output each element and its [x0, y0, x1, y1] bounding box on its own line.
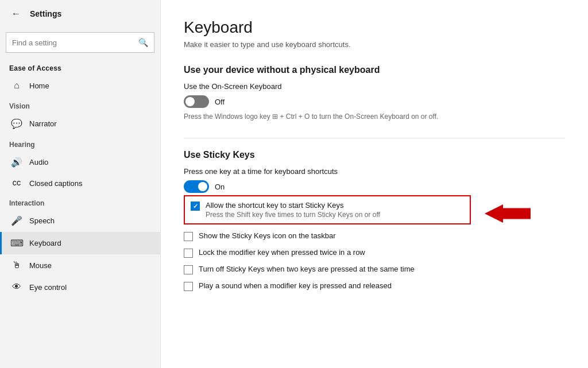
on-screen-keyboard-toggle-row: Off: [184, 95, 565, 108]
checkbox-turn-off: Turn off Sticky Keys when two keys are p…: [184, 265, 565, 274]
sidebar-item-narrator-label: Narrator: [29, 119, 57, 128]
sidebar-item-audio-label: Audio: [29, 158, 48, 166]
sticky-keys-toggle-row: On: [184, 180, 565, 193]
sidebar-section-hearing: Hearing: [0, 135, 160, 151]
sidebar-section-vision: Vision: [0, 96, 160, 113]
search-box[interactable]: 🔍: [6, 32, 154, 53]
sidebar-header: ← Settings: [0, 0, 160, 28]
speech-icon: 🎤: [11, 215, 22, 226]
audio-icon: 🔊: [11, 157, 22, 168]
sidebar-item-audio[interactable]: 🔊 Audio: [0, 151, 160, 173]
on-screen-keyboard-section: Use your device without a physical keybo…: [184, 65, 565, 122]
on-screen-keyboard-toggle[interactable]: [184, 95, 209, 108]
lock-modifier-content: Lock the modifier key when pressed twice…: [199, 248, 365, 257]
lock-modifier-label: Lock the modifier key when pressed twice…: [199, 248, 365, 257]
arrow-svg: [485, 203, 531, 224]
on-screen-keyboard-hint: Press the Windows logo key ⊞ + Ctrl + O …: [184, 111, 565, 122]
sidebar-title: Settings: [30, 9, 61, 18]
back-button[interactable]: ←: [9, 6, 23, 21]
sidebar-item-keyboard-label: Keyboard: [29, 239, 61, 247]
sidebar-item-closed-captions[interactable]: CC Closed captions: [0, 173, 160, 193]
checkbox-show-icon: Show the Sticky Keys icon on the taskbar: [184, 231, 565, 241]
svg-marker-0: [485, 204, 531, 223]
turn-off-label: Turn off Sticky Keys when two keys are p…: [199, 265, 415, 273]
keyboard-icon: ⌨: [11, 238, 22, 249]
page-title: Keyboard: [184, 18, 565, 37]
allow-shortcut-sublabel: Press the Shift key five times to turn S…: [206, 211, 380, 219]
sidebar-section-interaction: Interaction: [0, 193, 160, 210]
allow-shortcut-content: Allow the shortcut key to start Sticky K…: [206, 201, 380, 219]
checkbox-play-sound: Play a sound when a modifier key is pres…: [184, 281, 565, 291]
play-sound-checkbox[interactable]: [184, 282, 193, 291]
show-icon-label: Show the Sticky Keys icon on the taskbar: [199, 231, 335, 240]
sticky-keys-toggle[interactable]: [184, 180, 209, 193]
page-subtitle: Make it easier to type and use keyboard …: [184, 40, 565, 49]
narrator-icon: 💬: [11, 118, 22, 129]
sidebar-item-speech[interactable]: 🎤 Speech: [0, 210, 160, 232]
on-screen-keyboard-title: Use your device without a physical keybo…: [184, 65, 565, 75]
turn-off-checkbox[interactable]: [184, 265, 193, 274]
sticky-keys-section: Use Sticky Keys Press one key at a time …: [184, 150, 565, 291]
checkbox-allow-shortcut: Allow the shortcut key to start Sticky K…: [184, 195, 471, 224]
closed-captions-icon: CC: [11, 180, 22, 187]
eye-control-icon: 👁: [11, 282, 22, 292]
sidebar-item-eye-control-label: Eye control: [29, 283, 67, 292]
checkbox-lock-modifier: Lock the modifier key when pressed twice…: [184, 248, 565, 258]
sticky-keys-title: Use Sticky Keys: [184, 150, 565, 160]
sidebar: ← Settings 🔍 Ease of Access ⌂ Home Visio…: [0, 0, 161, 368]
mouse-icon: 🖱: [11, 260, 22, 270]
lock-modifier-checkbox[interactable]: [184, 249, 193, 258]
search-input[interactable]: [12, 38, 138, 47]
sidebar-item-home[interactable]: ⌂ Home: [0, 75, 160, 96]
sidebar-item-speech-label: Speech: [29, 216, 55, 225]
play-sound-label: Play a sound when a modifier key is pres…: [199, 281, 392, 290]
on-screen-keyboard-toggle-label: Off: [215, 98, 225, 106]
highlighted-checkbox-row: Allow the shortcut key to start Sticky K…: [184, 195, 565, 231]
sidebar-item-mouse[interactable]: 🖱 Mouse: [0, 254, 160, 276]
sticky-keys-toggle-label: On: [215, 183, 225, 191]
sidebar-item-keyboard[interactable]: ⌨ Keyboard: [0, 232, 160, 254]
sidebar-item-mouse-label: Mouse: [29, 261, 52, 270]
show-icon-checkbox[interactable]: [184, 232, 193, 241]
turn-off-content: Turn off Sticky Keys when two keys are p…: [199, 265, 415, 273]
allow-shortcut-checkbox[interactable]: [191, 202, 200, 211]
show-icon-content: Show the Sticky Keys icon on the taskbar: [199, 231, 335, 240]
sidebar-item-narrator[interactable]: 💬 Narrator: [0, 113, 160, 135]
sidebar-item-closed-captions-label: Closed captions: [29, 179, 83, 188]
play-sound-content: Play a sound when a modifier key is pres…: [199, 281, 392, 290]
sidebar-section-ease-of-access: Ease of Access: [0, 57, 160, 75]
sidebar-item-home-label: Home: [29, 82, 49, 90]
sticky-keys-label: Press one key at a time for keyboard sho…: [184, 167, 565, 176]
section-divider: [184, 138, 565, 138]
toggle-knob: [185, 97, 195, 106]
sticky-keys-toggle-knob: [198, 182, 207, 191]
arrow-annotation: [485, 203, 531, 224]
home-icon: ⌂: [11, 80, 22, 91]
sidebar-item-eye-control[interactable]: 👁 Eye control: [0, 276, 160, 298]
main-content: Keyboard Make it easier to type and use …: [161, 0, 588, 368]
allow-shortcut-label: Allow the shortcut key to start Sticky K…: [206, 201, 380, 210]
search-icon: 🔍: [138, 38, 148, 47]
on-screen-keyboard-label: Use the On-Screen Keyboard: [184, 82, 565, 91]
